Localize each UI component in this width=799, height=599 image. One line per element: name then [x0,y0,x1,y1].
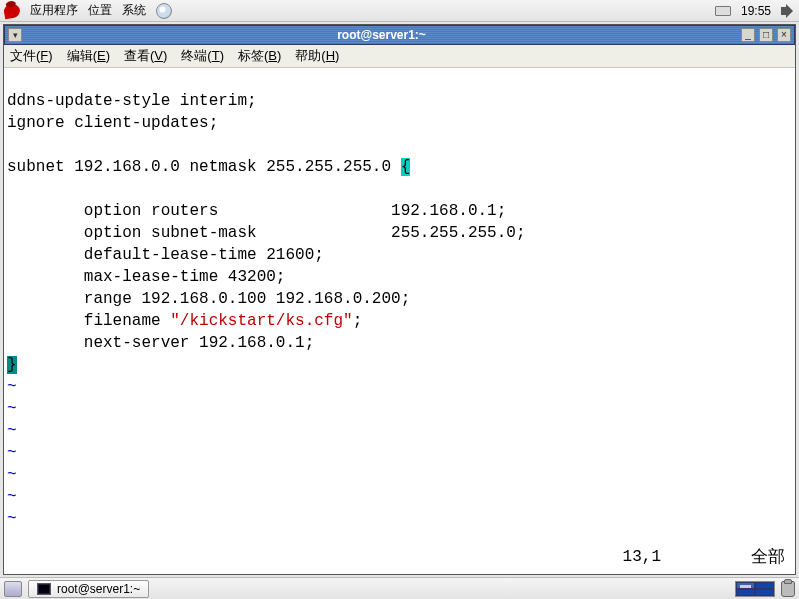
distro-icon[interactable] [3,2,21,19]
menu-tabs[interactable]: 标签(B) [238,47,281,65]
cursor-highlight: { [401,158,411,176]
workspace-switcher[interactable] [735,581,775,597]
editor-line: max-lease-time 43200; [7,268,285,286]
show-desktop-button[interactable] [4,581,22,597]
editor-line: subnet 192.168.0.0 netmask 255.255.255.0 [7,158,401,176]
workspace-3[interactable] [736,589,755,596]
vi-status-line: 13,1 全部 [4,546,795,568]
workspace-2[interactable] [755,582,774,589]
minimize-button[interactable]: _ [741,28,755,42]
window-menu-button[interactable]: ▾ [8,28,22,42]
editor-line: option subnet-mask 255.255.255.0; [7,224,525,242]
menu-applications[interactable]: 应用程序 [30,2,78,19]
menu-places[interactable]: 位置 [88,2,112,19]
vi-tilde: ~ [7,444,17,462]
menu-edit[interactable]: 编辑(E) [67,47,110,65]
tray-battery-icon[interactable] [715,6,731,16]
menu-file[interactable]: 文件(F) [10,47,53,65]
vi-tilde: ~ [7,422,17,440]
menu-help[interactable]: 帮助(H) [295,47,339,65]
editor-line: ddns-update-style interim; [7,92,257,110]
disc-icon[interactable] [156,3,172,19]
brace-match: } [7,356,17,374]
volume-icon[interactable] [781,4,795,18]
menu-terminal[interactable]: 终端(T) [181,47,224,65]
menu-view[interactable]: 查看(V) [124,47,167,65]
window-title: root@server1:~ [26,28,737,42]
vi-tilde: ~ [7,488,17,506]
gnome-bottom-panel: root@server1:~ [0,577,799,599]
menu-system[interactable]: 系统 [122,2,146,19]
taskbar-item-label: root@server1:~ [57,582,140,596]
vi-tilde: ~ [7,466,17,484]
maximize-button[interactable]: □ [759,28,773,42]
taskbar-item-terminal[interactable]: root@server1:~ [28,580,149,598]
vi-tilde: ~ [7,510,17,528]
clock[interactable]: 19:55 [741,4,771,18]
editor-line: range 192.168.0.100 192.168.0.200; [7,290,410,308]
tray-terminal-icon[interactable] [711,582,729,596]
app-menubar: 文件(F) 编辑(E) 查看(V) 终端(T) 标签(B) 帮助(H) [4,45,795,68]
window-titlebar[interactable]: ▾ root@server1:~ _ □ × [4,25,795,45]
vi-tilde: ~ [7,378,17,396]
terminal-viewport[interactable]: ddns-update-style interim; ignore client… [4,68,795,574]
trash-icon[interactable] [781,581,795,597]
gnome-top-panel: 应用程序 位置 系统 19:55 [0,0,799,22]
workspace-4[interactable] [755,589,774,596]
editor-string: "/kickstart/ks.cfg" [170,312,352,330]
editor-line: filename [7,312,170,330]
editor-line: ignore client-updates; [7,114,218,132]
terminal-icon [37,583,51,595]
editor-line: option routers 192.168.0.1; [7,202,506,220]
cursor-position: 13,1 [623,546,661,568]
vi-mode: 全部 [751,546,785,568]
vi-tilde: ~ [7,400,17,418]
editor-line: default-lease-time 21600; [7,246,324,264]
terminal-window: ▾ root@server1:~ _ □ × 文件(F) 编辑(E) 查看(V)… [3,24,796,575]
workspace-1[interactable] [736,582,755,589]
close-button[interactable]: × [777,28,791,42]
editor-line: next-server 192.168.0.1; [7,334,314,352]
